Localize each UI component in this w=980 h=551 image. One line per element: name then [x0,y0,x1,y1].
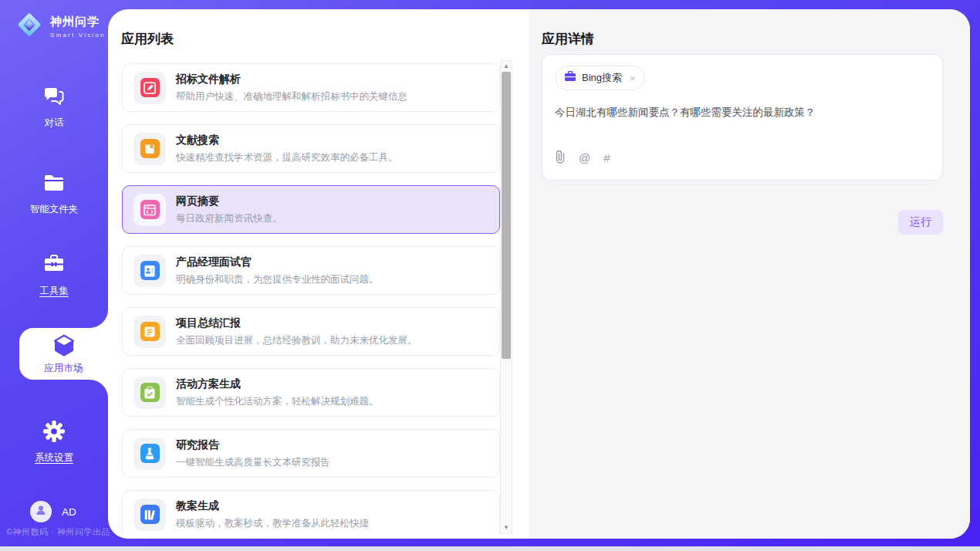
app-description: 全面回顾项目进展，总结经验教训，助力未来优化发展。 [176,334,417,347]
main-panel: 应用详情 Bing搜索 × 今日湖北有哪些新闻要点？有哪些需要关注的最新政策？ [108,9,970,539]
sidebar-item-label: 智能文件夹 [0,203,108,216]
paperclip-icon[interactable] [555,150,566,166]
app-list-item[interactable]: 活动方案生成 智能生成个性化活动方案，轻松解决规划难题。 [122,368,500,417]
interview-icon [140,261,160,280]
app-icon-box [133,72,166,104]
copyright-footer: ©神州数码 · 神州问学出品 [6,526,110,538]
gear-icon [42,432,66,445]
sidebar-item-label: 工具集 [0,285,108,298]
briefcase-icon [564,71,576,85]
sidebar-item-label: 对话 [0,117,108,130]
brand: 神州问学 Smart Vision [15,10,106,42]
app-list-item[interactable]: 产品经理面试官 明确身份和职责，为您提供专业性的面试问题。 [122,246,500,295]
note-icon [140,322,160,341]
app-description: 明确身份和职责，为您提供专业性的面试问题。 [176,273,379,286]
brand-subtitle: Smart Vision [50,32,106,39]
web-code-icon [140,200,160,219]
sidebar-item-settings[interactable]: 系统设置 [0,420,108,465]
hash-icon[interactable]: # [603,151,610,164]
app-icon-box [133,438,166,470]
app-list-item[interactable]: 项目总结汇报 全面回顾项目进展，总结经验教训，助力未来优化发展。 [122,307,500,356]
app-description: 每日政府新闻资讯快查。 [176,212,282,225]
cube-icon [52,347,76,360]
report-icon [140,444,160,463]
app-description: 模板驱动，教案秒成，教学准备从此轻松快捷 [176,517,369,530]
user-name: AD [62,506,76,518]
app-name: 招标文件解析 [176,73,407,86]
app-icon-box [133,377,166,409]
app-detail-section: 应用详情 Bing搜索 × 今日湖北有哪些新闻要点？有哪些需要关注的最新政策？ [529,9,970,539]
sidebar-item-label: 系统设置 [0,451,108,465]
app-description: 帮助用户快速、准确地理解和解析招标书中的关键信息 [176,90,407,103]
app-name: 项目总结汇报 [176,316,417,330]
app-icon-box [133,499,166,531]
app-list-item[interactable]: 教案生成 模板驱动，教案秒成，教学准备从此轻松快捷 [122,490,500,532]
book-icon [140,139,160,158]
user-account[interactable]: AD [30,501,76,522]
remove-tool-icon[interactable]: × [630,73,636,83]
diamond-logo-icon [15,10,44,42]
avatar [30,501,52,522]
app-icon-box [133,316,166,348]
brand-title: 神州问学 [50,15,106,29]
app-name: 产品经理面试官 [176,255,379,269]
folder-icon [42,184,66,197]
tab-curve-top [90,309,108,328]
edit-doc-icon [140,78,160,97]
app-list-item[interactable]: 网页摘要 每日政府新闻资讯快查。 [122,185,500,234]
app-detail-title: 应用详情 [542,30,594,48]
tool-tag-label: Bing搜索 [582,71,622,85]
app-name: 研究报告 [176,438,330,452]
tab-curve-bottom [90,380,108,398]
clipboard-check-icon [140,383,160,402]
scroll-down-icon[interactable]: ▼ [501,522,512,533]
app-name: 文献搜索 [176,134,398,147]
app-icon-box [133,255,166,287]
prompt-card: Bing搜索 × 今日湖北有哪些新闻要点？有哪些需要关注的最新政策？ @ # [542,54,943,181]
app-name: 教案生成 [176,499,369,513]
books-icon [140,505,160,524]
sidebar-item-app-market[interactable]: 应用市场 [19,328,108,380]
app-description: 快速精准查找学术资源，提高研究效率的必备工具。 [176,151,398,164]
sidebar-item-chat[interactable]: 对话 [0,85,108,130]
tool-tag-bing-search[interactable]: Bing搜索 × [555,66,645,90]
toolbox-icon [42,265,66,279]
person-icon [35,504,47,519]
scroll-up-icon[interactable]: ▲ [501,61,512,72]
app-list: 招标文件解析 帮助用户快速、准确地理解和解析招标书中的关键信息 文献搜索 快速精… [122,63,500,532]
sidebar-item-toolset[interactable]: 工具集 [0,253,108,298]
app-name: 活动方案生成 [176,377,379,391]
scrollbar[interactable]: ▲ ▼ [500,60,512,534]
app-description: 一键智能生成高质量长文本研究报告 [176,456,330,469]
app-list-item[interactable]: 研究报告 一键智能生成高质量长文本研究报告 [122,429,500,478]
app-list-item[interactable]: 招标文件解析 帮助用户快速、准确地理解和解析招标书中的关键信息 [122,63,500,112]
prompt-toolbar: @ # [555,150,610,166]
run-button[interactable]: 运行 [898,210,943,235]
app-icon-box [133,133,166,165]
chat-icon [42,97,66,110]
at-icon[interactable]: @ [579,151,590,164]
app-icon-box [133,194,166,226]
question-input[interactable]: 今日湖北有哪些新闻要点？有哪些需要关注的最新政策？ [555,106,930,120]
sidebar-item-label: 应用市场 [19,362,108,375]
app-list-item[interactable]: 文献搜索 快速精准查找学术资源，提高研究效率的必备工具。 [122,124,500,173]
scrollbar-thumb[interactable] [502,72,511,359]
app-name: 网页摘要 [176,194,282,208]
sidebar-item-smart-folder[interactable]: 智能文件夹 [0,171,108,216]
app-list-title: 应用列表 [121,30,174,48]
app-description: 智能生成个性化活动方案，轻松解决规划难题。 [176,395,379,408]
